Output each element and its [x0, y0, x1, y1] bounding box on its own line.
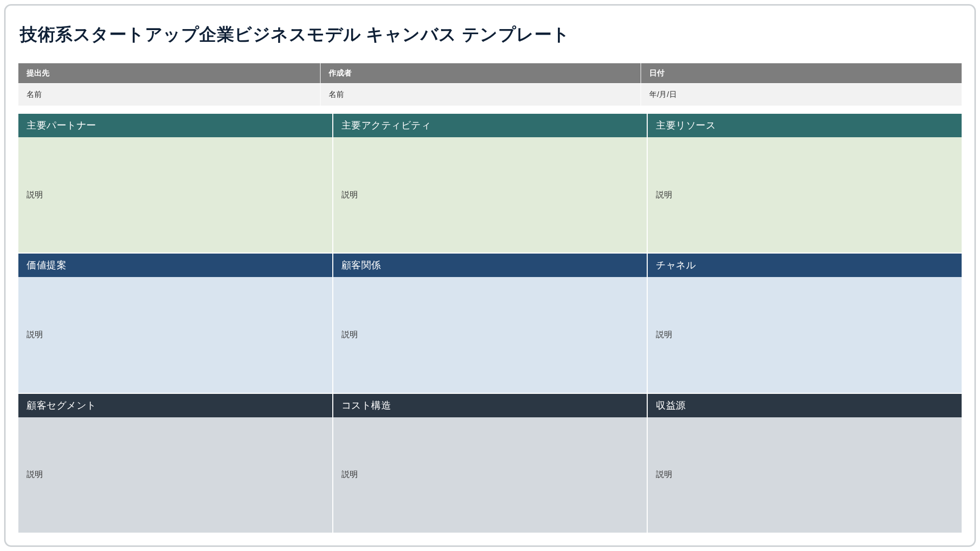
- cell-cost-structure: コスト構造 説明: [333, 393, 648, 533]
- cell-body-cost-structure[interactable]: 説明: [333, 417, 647, 533]
- cell-header-cost-structure: コスト構造: [333, 394, 647, 417]
- cell-header-channels: チャネル: [648, 254, 962, 277]
- cell-body-key-partners[interactable]: 説明: [18, 137, 332, 253]
- page-title: 技術系スタートアップ企業ビジネスモデル キャンバス テンプレート: [20, 23, 962, 46]
- cell-key-activities: 主要アクティビティ 説明: [333, 113, 648, 253]
- canvas-row-2: 価値提案 説明 顧客関係 説明 チャネル 説明: [18, 253, 962, 393]
- cell-header-customer-relationships: 顧客関係: [333, 254, 647, 277]
- cell-header-key-activities: 主要アクティビティ: [333, 114, 647, 137]
- cell-key-resources: 主要リソース 説明: [647, 113, 962, 253]
- cell-header-key-resources: 主要リソース: [648, 114, 962, 137]
- cell-key-partners: 主要パートナー 説明: [18, 113, 333, 253]
- cell-customer-segments: 顧客セグメント 説明: [18, 393, 333, 533]
- meta-header-created-by: 作成者: [320, 63, 641, 84]
- meta-header-date: 日付: [641, 63, 962, 84]
- cell-body-value-propositions[interactable]: 説明: [18, 277, 332, 392]
- meta-table: 提出先 作成者 日付 名前 名前 年/月/日: [18, 63, 962, 106]
- cell-body-key-resources[interactable]: 説明: [648, 137, 962, 253]
- business-model-canvas: 主要パートナー 説明 主要アクティビティ 説明 主要リソース 説明 価値提案 説…: [18, 113, 962, 533]
- cell-channels: チャネル 説明: [647, 253, 962, 393]
- cell-header-value-propositions: 価値提案: [18, 254, 332, 277]
- canvas-row-3: 顧客セグメント 説明 コスト構造 説明 収益源 説明: [18, 393, 962, 533]
- page-frame: 技術系スタートアップ企業ビジネスモデル キャンバス テンプレート 提出先 作成者…: [4, 4, 976, 547]
- cell-body-channels[interactable]: 説明: [648, 277, 962, 392]
- cell-body-customer-segments[interactable]: 説明: [18, 417, 332, 533]
- cell-body-key-activities[interactable]: 説明: [333, 137, 647, 253]
- meta-value-submitted-to[interactable]: 名前: [18, 84, 321, 106]
- canvas-row-1: 主要パートナー 説明 主要アクティビティ 説明 主要リソース 説明: [18, 113, 962, 253]
- meta-value-date[interactable]: 年/月/日: [641, 84, 962, 106]
- cell-body-customer-relationships[interactable]: 説明: [333, 277, 647, 392]
- cell-header-customer-segments: 顧客セグメント: [18, 394, 332, 417]
- meta-header-submitted-to: 提出先: [18, 63, 321, 84]
- cell-customer-relationships: 顧客関係 説明: [333, 253, 648, 393]
- cell-value-propositions: 価値提案 説明: [18, 253, 333, 393]
- cell-revenue-streams: 収益源 説明: [647, 393, 962, 533]
- cell-header-key-partners: 主要パートナー: [18, 114, 332, 137]
- meta-value-created-by[interactable]: 名前: [320, 84, 641, 106]
- cell-header-revenue-streams: 収益源: [648, 394, 962, 417]
- cell-body-revenue-streams[interactable]: 説明: [648, 417, 962, 533]
